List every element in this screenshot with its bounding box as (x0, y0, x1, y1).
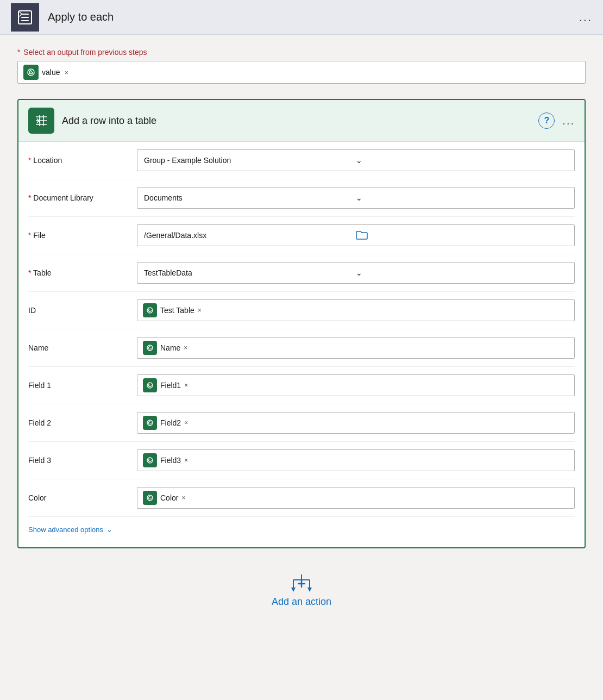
id-label: ID (28, 306, 126, 315)
id-token-icon (143, 303, 157, 317)
field1-token: Field1 × (143, 378, 188, 392)
svg-text:X: X (36, 117, 41, 125)
field1-label: Field 1 (28, 381, 126, 390)
color-token-label: Color (160, 493, 178, 502)
show-advanced-button[interactable]: Show advanced options ⌄ (28, 526, 112, 534)
output-label: * Select an output from previous steps (17, 48, 586, 57)
svg-point-9 (147, 495, 153, 501)
id-token-label: Test Table (160, 306, 194, 315)
color-label: Color (28, 493, 126, 502)
value-token-label: value (42, 68, 60, 77)
field1-value[interactable]: Field1 × (137, 374, 575, 396)
action-header-actions: ? ... (538, 112, 575, 129)
header-more-options[interactable]: ... (579, 10, 592, 24)
id-row: ID Test Table × (28, 292, 575, 329)
document-library-label: Document Library (28, 193, 126, 202)
field1-row: Field 1 Field1 (28, 367, 575, 404)
location-row: Location Group - Example Solution ⌄ (28, 142, 575, 179)
action-more-options[interactable]: ... (562, 115, 575, 127)
name-row: Name Name × (28, 329, 575, 367)
name-label: Name (28, 343, 126, 352)
field1-token-close[interactable]: × (184, 382, 188, 389)
field3-token-icon (143, 453, 157, 467)
name-token-close[interactable]: × (184, 344, 187, 352)
name-token-label: Name (160, 343, 180, 352)
color-token-field[interactable]: Color × (137, 487, 575, 509)
document-library-dropdown-arrow: ⌄ (356, 193, 568, 202)
name-token-icon (143, 341, 157, 355)
header-title: Apply to each (48, 11, 579, 23)
table-value[interactable]: TestTableData ⌄ (137, 262, 575, 284)
id-token: Test Table × (143, 303, 202, 317)
id-value[interactable]: Test Table × (137, 299, 575, 321)
color-token-close[interactable]: × (181, 494, 185, 502)
field3-token-field[interactable]: Field3 × (137, 449, 575, 471)
add-action-label: Add an action (272, 596, 331, 608)
svg-point-5 (147, 345, 153, 351)
folder-icon[interactable] (356, 230, 568, 241)
color-row: Color Color × (28, 479, 575, 517)
file-value[interactable]: /General/Data.xlsx (137, 224, 575, 246)
add-action-container: Add an action (17, 574, 586, 629)
action-card-header: X Add a row into a table ? ... (18, 100, 585, 142)
document-library-dropdown[interactable]: Documents ⌄ (137, 187, 575, 209)
header-icon-box (11, 3, 39, 32)
table-row: Table TestTableData ⌄ (28, 254, 575, 292)
name-token-field[interactable]: Name × (137, 337, 575, 359)
table-dropdown-arrow: ⌄ (356, 268, 568, 277)
show-advanced-section: Show advanced options ⌄ (28, 517, 575, 538)
id-token-close[interactable]: × (198, 307, 202, 314)
document-library-dropdown-value: Documents (144, 193, 356, 202)
location-label: Location (28, 156, 126, 165)
svg-point-7 (147, 420, 153, 426)
help-button[interactable]: ? (538, 112, 555, 129)
field3-token-label: Field3 (160, 456, 181, 465)
field1-token-label: Field1 (160, 381, 181, 390)
field3-row: Field 3 Field3 (28, 442, 575, 479)
value-token-close[interactable]: × (64, 68, 68, 77)
location-dropdown-arrow: ⌄ (356, 156, 568, 165)
svg-point-8 (147, 458, 153, 463)
id-token-field[interactable]: Test Table × (137, 299, 575, 321)
field2-token-field[interactable]: Field2 × (137, 412, 575, 434)
field2-token-icon (143, 416, 157, 430)
chevron-down-icon: ⌄ (106, 526, 112, 534)
svg-marker-13 (291, 588, 296, 592)
output-input[interactable]: value × (17, 61, 586, 84)
location-value[interactable]: Group - Example Solution ⌄ (137, 149, 575, 171)
color-value[interactable]: Color × (137, 487, 575, 509)
document-library-value[interactable]: Documents ⌄ (137, 187, 575, 209)
field2-label: Field 2 (28, 418, 126, 427)
document-library-row: Document Library Documents ⌄ (28, 179, 575, 217)
color-token-icon (143, 491, 157, 505)
file-input[interactable]: /General/Data.xlsx (137, 224, 575, 246)
file-path-value: /General/Data.xlsx (144, 231, 356, 240)
field2-token-label: Field2 (160, 418, 181, 427)
table-dropdown-value: TestTableData (144, 268, 356, 277)
add-action-icon (290, 574, 313, 593)
action-card: X Add a row into a table ? ... Location … (17, 99, 586, 548)
field1-token-field[interactable]: Field1 × (137, 374, 575, 396)
field1-token-icon (143, 378, 157, 392)
field2-token: Field2 × (143, 416, 188, 430)
svg-point-6 (147, 383, 153, 388)
svg-point-4 (147, 308, 153, 313)
field3-value[interactable]: Field3 × (137, 449, 575, 471)
apply-to-each-header: Apply to each ... (0, 0, 603, 35)
add-action-button[interactable]: Add an action (272, 574, 331, 608)
field3-token-close[interactable]: × (184, 457, 188, 464)
field2-value[interactable]: Field2 × (137, 412, 575, 434)
name-value[interactable]: Name × (137, 337, 575, 359)
excel-icon: X (28, 108, 54, 134)
field3-token: Field3 × (143, 453, 188, 467)
field2-token-close[interactable]: × (184, 419, 188, 427)
table-dropdown[interactable]: TestTableData ⌄ (137, 262, 575, 284)
value-token: value × (23, 65, 68, 80)
location-dropdown[interactable]: Group - Example Solution ⌄ (137, 149, 575, 171)
name-token: Name × (143, 341, 187, 355)
field3-label: Field 3 (28, 456, 126, 465)
token-icon (23, 65, 39, 80)
location-dropdown-value: Group - Example Solution (144, 156, 356, 165)
form-body: Location Group - Example Solution ⌄ Docu… (18, 142, 585, 547)
file-row: File /General/Data.xlsx (28, 217, 575, 254)
